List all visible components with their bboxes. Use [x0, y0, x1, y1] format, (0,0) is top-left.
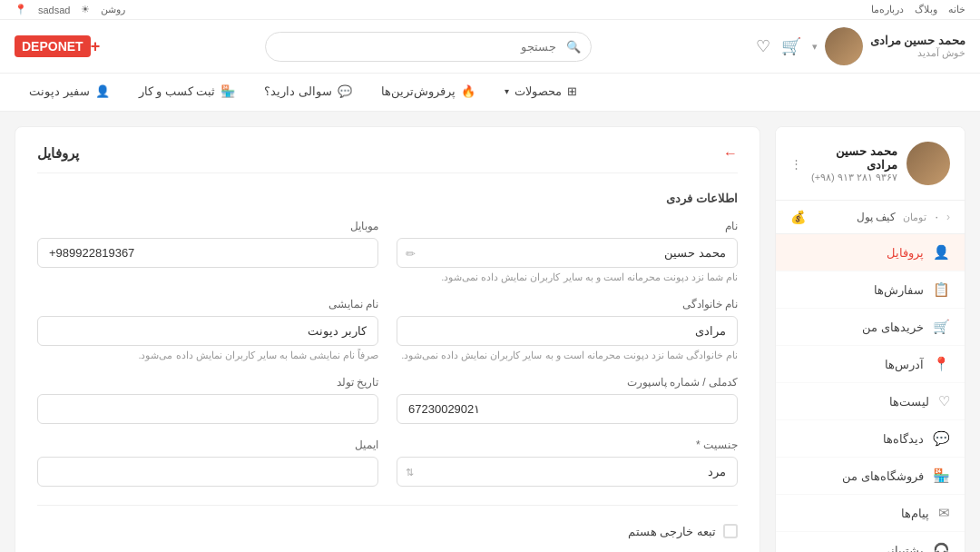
family-hint: نام خانوادگی شما نزد دپونت محرمانه است و… — [397, 350, 738, 361]
sidebar-profile-label: پروفایل — [790, 246, 924, 260]
shops-icon: 🏪 — [933, 468, 950, 484]
display-name-label: نام نمایشی — [37, 298, 378, 310]
sidebar-header: محمد حسین مرادی (+۹۸) ۹۱۳ ۲۸۱ ۹۳۶۷ ⋮ — [776, 127, 965, 201]
profile-icon: 👤 — [933, 244, 950, 261]
products-dropdown-icon: ▾ — [505, 86, 509, 96]
products-icon: ⊞ — [567, 84, 577, 98]
header: محمد حسین مرادی خوش آمدید ▾ 🛒 ♡ 🔍 + DEPO… — [0, 20, 980, 74]
nav-item-bestsellers[interactable]: 🔥 پرفروش‌ترین‌ها — [367, 74, 490, 111]
nav-item-ambassador[interactable]: 👤 سفیر دپونت — [15, 74, 124, 111]
family-label: نام خانوادگی — [397, 298, 738, 310]
wishlist-button[interactable]: ♡ — [756, 36, 770, 56]
birthdate-group: تاریخ تولد — [37, 376, 378, 424]
sidebar-item-shops[interactable]: 🏪 فروشگاه‌های من — [776, 458, 965, 495]
logo-plus: + — [91, 37, 101, 56]
gender-select[interactable]: مرد زن سایر — [397, 457, 738, 487]
avatar[interactable] — [825, 27, 863, 65]
display-name-hint: صرفاً نام نمایشی شما به سایر کاربران نما… — [37, 350, 378, 361]
nav-blog[interactable]: وبلاگ — [915, 4, 937, 15]
sidebar-item-reviews[interactable]: 💬 دیدگاه‌ها — [776, 420, 965, 458]
top-bar: خانه وبلاگ درباره‌ما روشن ☀ sadsad 📍 — [0, 0, 980, 20]
top-bar-right: روشن ☀ sadsad 📍 — [15, 4, 125, 15]
main-nav: ⊞ محصولات ▾ 🔥 پرفروش‌ترین‌ها 💬 سوالی دار… — [0, 74, 980, 112]
birthdate-input[interactable] — [37, 394, 378, 424]
sidebar: محمد حسین مرادی (+۹۸) ۹۱۳ ۲۸۱ ۹۳۶۷ ⋮ ‹ ۰… — [775, 126, 965, 552]
nav-home[interactable]: خانه — [948, 4, 965, 15]
name-hint: نام شما نزد دپونت محرمانه است و به سایر … — [397, 271, 738, 283]
ambassador-icon: 👤 — [95, 84, 110, 98]
passport-group: کدملی / شماره پاسپورت — [397, 376, 738, 424]
sidebar-item-orders[interactable]: 📋 سفارش‌ها — [776, 271, 965, 309]
wallet-unit: تومان — [903, 212, 926, 223]
nav-item-products[interactable]: ⊞ محصولات ▾ — [490, 74, 592, 111]
wallet-amount: ۰ — [934, 211, 939, 223]
sidebar-item-lists[interactable]: ♡ لیست‌ها — [776, 383, 965, 420]
sidebar-item-messages[interactable]: ✉ پیام‌ها — [776, 495, 965, 532]
support-icon: 🎧 — [933, 542, 950, 552]
form-row-4: جنسیت * مرد زن سایر ⇅ ایمیل — [37, 439, 738, 487]
avatar-image — [825, 27, 863, 65]
sidebar-reviews-label: دیدگاه‌ها — [790, 432, 924, 446]
sidebar-item-addresses[interactable]: 📍 آدرس‌ها — [776, 346, 965, 383]
name-input[interactable] — [397, 238, 738, 268]
passport-label: کدملی / شماره پاسپورت — [397, 376, 738, 389]
cart-button[interactable]: 🛒 — [781, 36, 801, 56]
bestsellers-label: پرفروش‌ترین‌ها — [381, 84, 456, 98]
location-icon: 📍 — [15, 4, 27, 15]
form-row-2: نام خانوادگی نام خانوادگی شما نزد دپونت … — [37, 298, 738, 361]
register-biz-icon: 🏪 — [220, 84, 235, 98]
sidebar-user-info: محمد حسین مرادی (+۹۸) ۹۱۳ ۲۸۱ ۹۳۶۷ — [811, 144, 897, 183]
sidebar-card: محمد حسین مرادی (+۹۸) ۹۱۳ ۲۸۱ ۹۳۶۷ ⋮ ‹ ۰… — [775, 126, 965, 552]
logo-text: DEPONET — [15, 35, 91, 57]
wallet-row[interactable]: ‹ ۰ تومان کیف پول 💰 — [776, 201, 965, 234]
wallet-label: کیف پول — [813, 211, 896, 223]
sidebar-addresses-label: آدرس‌ها — [790, 358, 924, 371]
logo[interactable]: + DEPONET — [15, 35, 102, 57]
wallet-arrow: ‹ — [946, 211, 950, 223]
email-input[interactable] — [37, 457, 378, 487]
passport-input[interactable] — [397, 394, 738, 424]
sidebar-purchases-label: خریدهای من — [790, 320, 924, 334]
section-divider — [37, 505, 738, 506]
sidebar-orders-label: سفارش‌ها — [790, 283, 924, 297]
search-icon: 🔍 — [566, 40, 581, 54]
reviews-icon: 💬 — [933, 430, 950, 447]
header-user-sub: خوش آمدید — [870, 47, 965, 59]
mobile-input[interactable] — [37, 238, 378, 268]
user-dropdown-icon[interactable]: ▾ — [812, 41, 818, 53]
main-content: محمد حسین مرادی (+۹۸) ۹۱۳ ۲۸۱ ۹۳۶۷ ⋮ ‹ ۰… — [0, 112, 980, 552]
header-user-name: محمد حسین مرادی — [870, 34, 965, 47]
name-edit-icon[interactable]: ✏ — [406, 246, 416, 260]
sidebar-more-icon[interactable]: ⋮ — [790, 157, 802, 171]
name-label: نام — [397, 220, 738, 232]
sidebar-messages-label: پیام‌ها — [790, 507, 929, 520]
sidebar-lists-label: لیست‌ها — [790, 395, 929, 409]
nav-about[interactable]: درباره‌ما — [871, 4, 904, 15]
mode-icon[interactable]: ☀ — [81, 4, 90, 15]
ambassador-label: سفیر دپونت — [29, 84, 90, 98]
gender-label: جنسیت * — [397, 439, 738, 451]
back-button[interactable]: ← — [723, 145, 738, 162]
search-input[interactable] — [265, 32, 592, 62]
orders-icon: 📋 — [933, 281, 950, 298]
addresses-icon: 📍 — [933, 356, 950, 372]
display-name-input[interactable] — [37, 316, 378, 346]
messages-icon: ✉ — [938, 505, 950, 521]
nav-item-register-business[interactable]: 🏪 ثبت کسب و کار — [124, 74, 250, 111]
personal-info-title: اطلاعات فردی — [37, 192, 738, 205]
sidebar-item-profile[interactable]: 👤 پروفایل — [776, 234, 965, 271]
questions-label: سوالی دارید؟ — [264, 84, 332, 98]
products-label: محصولات — [514, 84, 562, 98]
email-label: ایمیل — [37, 439, 378, 451]
foreign-entity-checkbox[interactable] — [723, 524, 738, 538]
name-input-wrap: ✏ — [397, 238, 738, 268]
family-input[interactable] — [397, 316, 738, 346]
sidebar-item-purchases[interactable]: 🛒 خریدهای من — [776, 309, 965, 346]
mobile-group: موبایل — [37, 220, 378, 268]
sidebar-item-support[interactable]: 🎧 پشتیبانی — [776, 532, 965, 552]
sidebar-user-phone: (+۹۸) ۹۱۳ ۲۸۱ ۹۳۶۷ — [811, 172, 897, 183]
nav-item-questions[interactable]: 💬 سوالی دارید؟ — [250, 74, 367, 111]
gender-group: جنسیت * مرد زن سایر ⇅ — [397, 439, 738, 487]
page-title: پروفایل — [37, 145, 79, 162]
birthdate-label: تاریخ تولد — [37, 376, 378, 389]
